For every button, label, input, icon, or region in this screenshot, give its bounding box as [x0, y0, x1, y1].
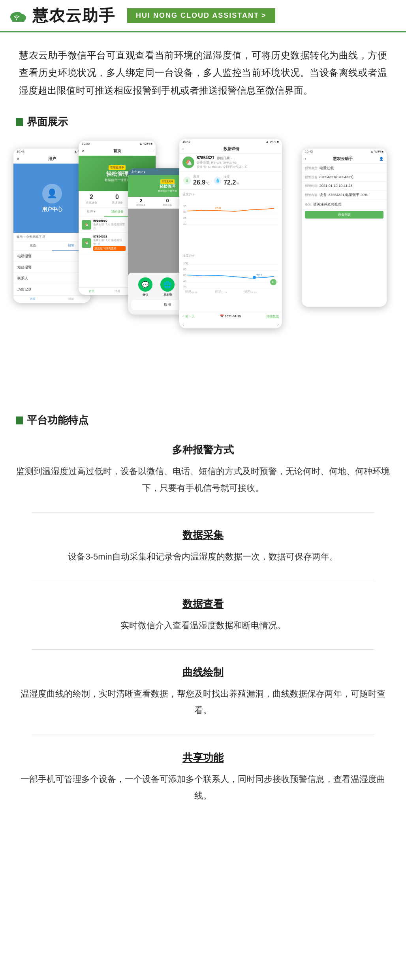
feature-data-collect: 数据采集 设备3-5min自动采集和记录舍内温湿度的数据一次，数据可保存两年。 — [16, 528, 390, 565]
alert-device-row: 报警设备: 87654321(87654321) — [302, 173, 387, 182]
divider-3 — [32, 649, 374, 650]
prev-day-btn[interactable]: < 前一天 — [182, 314, 195, 318]
tab-my-devices[interactable]: 我的设备 — [104, 207, 130, 217]
detail-data-btn[interactable]: 详细数据 — [266, 314, 279, 318]
phone-4-nav: ‹ 数据详情 — [179, 145, 282, 154]
svg-text:20: 20 — [183, 286, 186, 288]
svg-text:10:45: 10:45 — [244, 290, 251, 292]
phone-4: 10:45 ▲ WiFi ■ ‹ 数据详情 🐔 87654321 停机日期 - … — [179, 139, 282, 328]
header: 慧农云助手 HUI NONG CLOUD ASSISTANT > — [0, 0, 406, 32]
thermometer-icon: 🌡 — [183, 177, 191, 185]
phone-4-date-nav: < 前一天 📅 2021-01-19 详细数据 — [179, 312, 282, 320]
feature-alert-title: 多种报警方式 — [16, 443, 390, 457]
phone-2-nav: ✕ 首页 ··· — [79, 147, 156, 156]
divider-4 — [32, 735, 374, 735]
stat-online: 2 在线设备 — [79, 191, 104, 207]
svg-text:72.2: 72.2 — [256, 273, 263, 277]
intro-text: 慧农云助手微信平台可直观查看当前环境的温湿度值，可将历史数据转化为曲线，方便 查… — [19, 47, 387, 99]
app-title: 慧农云助手 — [32, 5, 115, 26]
wechat-icon: 💬 — [138, 277, 152, 292]
phone-5-nav: ‹ 慧农云助手 👤 — [302, 155, 387, 164]
alert-type-row: 报警类型: 电量过低 — [302, 164, 387, 173]
svg-text:20: 20 — [183, 222, 186, 225]
features-section: 多种报警方式 监测到温湿度过高过低时，设备以微信、电话、短信的方式及时预警，无论… — [0, 435, 406, 835]
features-bar-icon — [16, 416, 23, 424]
svg-text:≡: ≡ — [272, 281, 274, 284]
tab-sort[interactable]: 排序▼ — [79, 207, 104, 217]
humi-chart-svg: 72.2 20 40 60 80 100 ≡ 2021-01-19 10:35 … — [182, 258, 279, 294]
feature-curve: 曲线绘制 温湿度曲线的绘制，实时清晰查看数据，帮您及时找出养殖漏洞，曲线数据保存… — [16, 665, 390, 719]
feature-share-title: 共享功能 — [16, 751, 390, 765]
svg-rect-3 — [12, 18, 24, 22]
device-list-button[interactable]: 设备列表 — [305, 211, 383, 219]
temperature-reading: 🌡 温度 26.9 ℃ — [183, 175, 210, 186]
header-subtitle-text: HUI NONG CLOUD ASSISTANT — [136, 11, 259, 20]
header-subtitle-bar: HUI NONG CLOUD ASSISTANT > — [127, 8, 275, 23]
phone-4-readings: 🌡 温度 26.9 ℃ 💧 湿度 — [179, 172, 282, 190]
device-status-icon: 🐔 — [182, 156, 194, 168]
stat-offline: 0 离线设备 — [104, 191, 130, 207]
header-subtitle-arrow: > — [261, 11, 267, 20]
phone-group: 10:48 ▲ WiFi ■ ✕ 用户 ··· 👤 用户中心 账号：今天早睡了吗… — [13, 137, 393, 398]
svg-text:80: 80 — [183, 268, 186, 271]
feature-share-text: 一部手机可管理多个设备，一个设备可添加多个联系人，同时同步接收预警信息，查看温湿… — [16, 771, 390, 804]
nav-message[interactable]: 消息 — [52, 297, 91, 301]
alert-note-row: 备注: 请关注并及时处理 — [302, 200, 387, 209]
divider-1 — [32, 512, 374, 513]
p2-nav-home[interactable]: 首页 — [79, 289, 104, 293]
svg-point-19 — [253, 276, 256, 279]
share-moments[interactable]: 🌐 朋友圈 — [160, 277, 175, 297]
device-info-2: 87654321 畜禽日龄: 1天 温湿度报警: 关 温度超下限需查看 — [93, 235, 126, 251]
alert-content-row: 报警内容: 设备: 87654321,电量低于 20% — [302, 190, 387, 200]
phone-5-statusbar: 10:43 ▲ WiFi ■ — [302, 149, 387, 155]
svg-text:60: 60 — [183, 274, 186, 277]
feature-data-view: 数据查看 实时微信介入查看温湿度数据和断电情况。 — [16, 597, 390, 634]
features-section-label: 平台功能特点 — [27, 413, 88, 427]
device-avatar-1: 🐔 — [82, 220, 91, 230]
feature-alert-text: 监测到温湿度过高过低时，设备以微信、电话、短信的方式及时预警，无论何时、何地、何… — [16, 463, 390, 496]
phone-4-humi-chart: 湿度(%) 72.2 20 40 60 80 100 — [179, 251, 282, 312]
phone-5-screen: 10:43 ▲ WiFi ■ ‹ 慧农云助手 👤 报警类型: 电量过低 报警设备… — [302, 149, 387, 307]
phone-5: 10:43 ▲ WiFi ■ ‹ 慧农云助手 👤 报警类型: 电量过低 报警设备… — [302, 149, 387, 307]
feature-curve-title: 曲线绘制 — [16, 665, 390, 679]
features-section-title: 平台功能特点 — [0, 401, 406, 435]
feature-data-collect-text: 设备3-5min自动采集和记录舍内温湿度的数据一次，数据可保存两年。 — [16, 548, 390, 565]
feature-share: 共享功能 一部手机可管理多个设备，一个设备可添加多个联系人，同时同步接收预警信息… — [16, 751, 390, 804]
feature-data-view-title: 数据查看 — [16, 597, 390, 611]
intro-section: 慧农云助手微信平台可直观查看当前环境的温湿度值，可将历史数据转化为曲线，方便 查… — [0, 32, 406, 107]
divider-2 — [32, 581, 374, 581]
svg-text:26.8: 26.8 — [215, 206, 221, 210]
feature-curve-text: 温湿度曲线的绘制，实时清晰查看数据，帮您及时找出养殖漏洞，曲线数据保存两年，可随… — [16, 686, 390, 719]
phone-1-bottom-nav: 首页 消息 — [13, 295, 90, 303]
phone-2-statusbar: 10:50 ▲ WiFi ■ — [79, 141, 156, 147]
user-avatar-icon: 👤 — [42, 184, 62, 204]
header-logo: 慧农云助手 — [8, 5, 115, 26]
nav-home[interactable]: 首页 — [13, 297, 52, 301]
svg-text:10:40: 10:40 — [215, 290, 221, 292]
svg-text:30: 30 — [183, 211, 186, 213]
alert-time-row: 报警时间: 2021-01-19 10:41:23 — [302, 182, 387, 190]
feature-alert: 多种报警方式 监测到温湿度过高过低时，设备以微信、电话、短信的方式及时预警，无论… — [16, 443, 390, 496]
display-section-title: 界面展示 — [0, 107, 406, 133]
phone-4-statusbar: 10:45 ▲ WiFi ■ — [179, 139, 282, 145]
right-arrow[interactable]: › — [277, 322, 279, 327]
p2-nav-message[interactable]: 消息 — [104, 289, 130, 293]
phone-4-device-header: 🐔 87654321 停机日期 - ... 设备类型: RS-WS-GPRS/4… — [179, 154, 282, 172]
device-info-1: 99999980 畜禽日龄: 1天 温湿度报警: 开 — [93, 219, 128, 230]
display-section-label: 界面展示 — [27, 115, 68, 129]
screenshots-area: 10:48 ▲ WiFi ■ ✕ 用户 ··· 👤 用户中心 账号：今天早睡了吗… — [0, 133, 406, 401]
svg-text:40: 40 — [183, 280, 186, 283]
share-wechat[interactable]: 💬 微信 — [138, 277, 152, 297]
svg-text:25: 25 — [183, 217, 186, 219]
phone-4-screen: 10:45 ▲ WiFi ■ ‹ 数据详情 🐔 87654321 停机日期 - … — [179, 139, 282, 328]
moments-icon: 🌐 — [160, 277, 175, 292]
phone-4-temp-chart: 温度(℃) 20 25 30 35 26.8 — [179, 190, 282, 251]
feature-data-collect-title: 数据采集 — [16, 528, 390, 542]
svg-text:100: 100 — [183, 262, 188, 265]
left-arrow[interactable]: ‹ — [182, 322, 184, 327]
tab-recharge[interactable]: 充值 — [13, 241, 52, 251]
device-avatar-2: 🐔 — [82, 238, 91, 248]
droplet-icon: 💧 — [214, 177, 222, 185]
temp-chart-svg: 20 25 30 35 26.8 — [182, 197, 279, 229]
phone-4-arrows: ‹ › — [179, 320, 282, 328]
